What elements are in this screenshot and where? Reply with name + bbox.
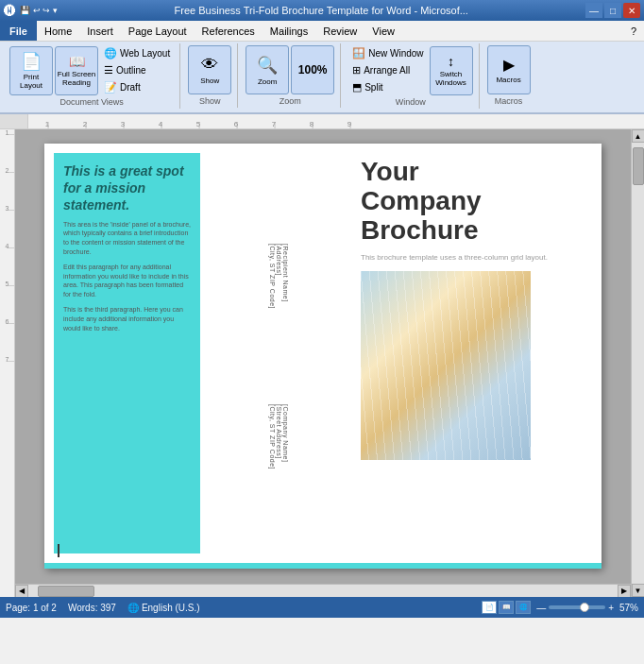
status-page: Page: 1 of 2: [6, 603, 57, 613]
arrange-all-button[interactable]: ⊞ Arrange All: [348, 62, 427, 78]
scroll-left-button[interactable]: ◀: [15, 585, 28, 598]
building-image: [361, 271, 531, 460]
ruler-marks: 1 2 3 4 5 6 7 8 9: [28, 114, 368, 128]
scroll-down-button[interactable]: ▼: [632, 584, 645, 597]
outline-label: Outline: [116, 65, 146, 76]
scroll-right-button[interactable]: ▶: [618, 585, 631, 598]
ruler-v-6: 6: [0, 318, 14, 356]
macros-button[interactable]: ▶ Macros: [487, 45, 531, 94]
ruler-v-1: 1: [0, 129, 14, 167]
ruler-v-3: 3: [0, 205, 14, 243]
split-label: Split: [364, 82, 382, 93]
web-layout-icon: 🌐: [104, 47, 117, 60]
company-brochure-title: YourCompanyBrochure: [361, 158, 587, 245]
split-icon: ⬒: [352, 81, 362, 94]
brochure-panel-right[interactable]: YourCompanyBrochure This brochure templa…: [356, 153, 592, 553]
ribbon-show-content: 👁 Show: [188, 45, 231, 94]
scroll-up-button[interactable]: ▲: [632, 129, 645, 143]
zoom-minus-button[interactable]: —: [536, 603, 546, 613]
menu-insert[interactable]: Insert: [79, 21, 121, 41]
quick-access: 💾 ↩ ↪ ▾: [20, 6, 58, 15]
print-view-btn[interactable]: 📄: [482, 601, 497, 614]
minimize-button[interactable]: —: [585, 3, 602, 18]
zoom-track[interactable]: [549, 605, 605, 609]
ruler-v-5: 5: [0, 281, 14, 318]
status-language: 🌐 English (U.S.): [127, 603, 200, 613]
macros-label: Macros: [496, 76, 520, 84]
status-words: Words: 397: [68, 603, 116, 613]
company-city-state: [City, ST ZIP Code]: [268, 404, 275, 469]
show-button[interactable]: 👁 Show: [188, 45, 231, 94]
full-screen-icon: 📖: [69, 54, 85, 69]
ruler-mark-5: 5: [179, 120, 217, 128]
ruler-mark-1: 1: [28, 120, 66, 128]
menu-bar: File Home Insert Page Layout References …: [0, 21, 644, 42]
window-buttons: 🪟 New Window ⊞ Arrange All ⬒ Split: [348, 45, 427, 95]
ruler-horizontal: 1 2 3 4 5 6 7 8 9: [0, 114, 644, 129]
title-bar-left: 🅦 💾 ↩ ↪ ▾: [4, 4, 58, 18]
zoom-button[interactable]: 🔍 Zoom: [246, 45, 289, 94]
print-layout-label: PrintLayout: [20, 74, 42, 91]
maximize-button[interactable]: □: [604, 3, 621, 18]
scroll-v-thumb[interactable]: [633, 147, 644, 185]
recipient-address: [Recipient Name] [Address] [City, ST ZIP…: [268, 244, 288, 309]
new-window-icon: 🪟: [352, 47, 365, 60]
zoom-label: Zoom: [258, 77, 277, 86]
web-layout-button[interactable]: 🌐 Web Layout: [100, 45, 174, 61]
menu-review[interactable]: Review: [315, 21, 364, 41]
switch-windows-button[interactable]: ↕ SwitchWindows: [430, 46, 473, 95]
ruler-mark-9: 9: [330, 120, 368, 128]
close-button[interactable]: ✕: [623, 3, 640, 18]
outline-icon: ☰: [104, 64, 113, 77]
doc-scroll-area: This is a great spot for a mission state…: [15, 129, 631, 597]
zoom-100-button[interactable]: 100%: [291, 45, 334, 94]
show-label: Show: [200, 77, 219, 85]
new-window-button[interactable]: 🪟 New Window: [348, 45, 427, 61]
draft-label: Draft: [120, 82, 141, 93]
building-lines-overlay: [361, 271, 531, 460]
ribbon-zoom-content: 🔍 Zoom 100%: [246, 45, 334, 94]
split-button[interactable]: ⬒ Split: [348, 79, 427, 95]
doc-views-group-label: Document Views: [59, 97, 123, 107]
arrange-all-label: Arrange All: [364, 65, 410, 76]
brochure-panel-left[interactable]: This is a great spot for a mission state…: [54, 153, 200, 553]
arrange-all-icon: ⊞: [352, 64, 361, 77]
print-layout-button[interactable]: 📄 PrintLayout: [9, 46, 53, 95]
company-address: [Company Name] [Street Address] [City, S…: [268, 404, 288, 469]
brochure-panel-middle[interactable]: [Recipient Name] [Address] [City, ST ZIP…: [205, 153, 351, 553]
menu-view[interactable]: View: [364, 21, 402, 41]
document-page[interactable]: This is a great spot for a mission state…: [44, 144, 602, 569]
ruler-mark-4: 4: [142, 120, 179, 128]
zoom-plus-button[interactable]: +: [608, 603, 614, 613]
menu-home[interactable]: Home: [37, 21, 79, 41]
brochure-content: This is a great spot for a mission state…: [44, 144, 602, 563]
zoom-thumb[interactable]: [580, 603, 589, 612]
menu-help[interactable]: ?: [623, 21, 644, 41]
status-left: Page: 1 of 2 Words: 397 🌐 English (U.S.): [6, 603, 200, 613]
view-mode-buttons: 📄 📖 🌐: [482, 601, 531, 614]
outline-button[interactable]: ☰ Outline: [100, 62, 174, 78]
menu-mailings[interactable]: Mailings: [263, 21, 315, 41]
title-bar-title: Free Business Tri-Fold Brochure Template…: [58, 5, 585, 16]
menu-references[interactable]: References: [195, 21, 263, 41]
document-area: 1 2 3 4 5 6 7 This is a great spot for a…: [0, 129, 644, 597]
draft-button[interactable]: 📝 Draft: [100, 79, 174, 95]
small-view-buttons: 🌐 Web Layout ☰ Outline 📝 Draft: [100, 45, 174, 95]
full-read-view-btn[interactable]: 📖: [499, 601, 514, 614]
cyan-bottom-bar: [44, 563, 602, 569]
menu-page-layout[interactable]: Page Layout: [121, 21, 195, 41]
switch-windows-label: SwitchWindows: [435, 71, 466, 88]
switch-windows-icon: ↕: [448, 54, 454, 69]
print-layout-icon: 📄: [21, 51, 42, 72]
title-bar-controls: — □ ✕: [585, 3, 640, 18]
ruler-mark-2: 2: [66, 120, 104, 128]
ribbon-group-document-views: 📄 PrintLayout 📖 Full ScreenReading 🌐 Web…: [4, 43, 180, 109]
zoom-level-display: 57%: [619, 603, 638, 613]
web-view-btn[interactable]: 🌐: [516, 601, 531, 614]
full-screen-reading-button[interactable]: 📖 Full ScreenReading: [55, 46, 98, 95]
ruler-mark-8: 8: [293, 120, 330, 128]
menu-file[interactable]: File: [0, 21, 37, 41]
language-flag-icon: 🌐: [127, 603, 139, 613]
show-group-label: Show: [199, 96, 221, 106]
scroll-h-thumb[interactable]: [38, 586, 94, 597]
